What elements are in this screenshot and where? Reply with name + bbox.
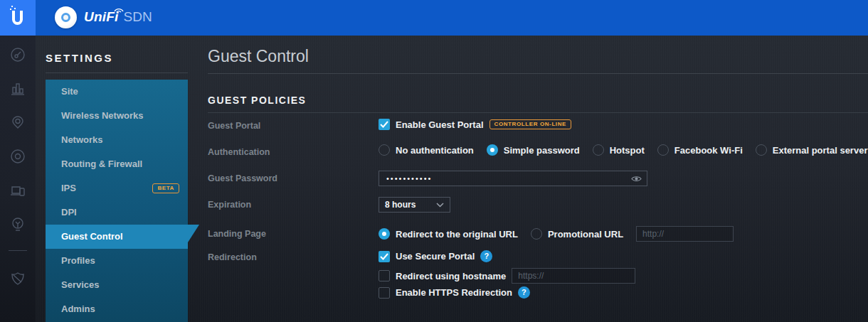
title-divider bbox=[208, 73, 868, 74]
logo-dot bbox=[14, 8, 16, 9]
ubiquiti-logo[interactable] bbox=[0, 0, 36, 36]
unifi-controller-app: UniFiSDN SETTINGS Site bbox=[0, 0, 868, 322]
icon-rail bbox=[0, 36, 36, 322]
auth-option-facebook-wifi[interactable]: Facebook Wi-Fi bbox=[657, 144, 743, 156]
workspace: SETTINGS Site Wireless Networks Networks… bbox=[36, 36, 868, 322]
statistics-bars-icon[interactable] bbox=[9, 80, 26, 97]
ubiquiti-u-icon bbox=[12, 11, 23, 25]
radio-label: Hotspot bbox=[610, 145, 645, 156]
auth-option-external-portal-server[interactable]: External portal server bbox=[756, 144, 868, 156]
guest-portal-label: Guest Portal bbox=[208, 121, 260, 131]
devices-icon[interactable] bbox=[9, 148, 26, 165]
clients-icon[interactable] bbox=[9, 182, 26, 199]
enable-https-redirection-checkbox[interactable] bbox=[379, 287, 390, 299]
expiration-value: 8 hours bbox=[385, 200, 416, 210]
show-password-eye-icon[interactable] bbox=[631, 173, 642, 186]
radio-icon[interactable] bbox=[487, 144, 498, 156]
redirect-hostname-input[interactable] bbox=[512, 268, 635, 284]
expiration-label: Expiration bbox=[208, 200, 251, 210]
guest-password-input[interactable] bbox=[379, 171, 647, 186]
sidebar-item-ips[interactable]: IPS BETA bbox=[46, 176, 188, 200]
sidebar-item-routing-firewall[interactable]: Routing & Firewall bbox=[46, 152, 188, 176]
sidebar-item-services[interactable]: Services bbox=[46, 273, 188, 297]
auth-option-no-authentication[interactable]: No authentication bbox=[379, 144, 474, 156]
sidebar-item-dpi[interactable]: DPI bbox=[46, 200, 188, 225]
help-icon[interactable]: ? bbox=[518, 286, 530, 299]
radio-label: Simple password bbox=[504, 145, 580, 156]
threat-shield-icon[interactable] bbox=[9, 270, 26, 287]
radio-icon[interactable] bbox=[379, 228, 390, 240]
radio-label: External portal server bbox=[773, 145, 868, 156]
insights-bulb-icon[interactable] bbox=[9, 216, 26, 233]
radio-icon[interactable] bbox=[379, 144, 390, 156]
enable-https-redirection-text: Enable HTTPS Redirection bbox=[396, 287, 512, 298]
sidebar-item-networks[interactable]: Networks bbox=[46, 128, 188, 152]
sidebar-item-label: Admins bbox=[61, 304, 95, 314]
sidebar-item-label: Services bbox=[61, 279, 100, 290]
auth-option-simple-password[interactable]: Simple password bbox=[487, 144, 580, 156]
radio-icon[interactable] bbox=[756, 144, 767, 156]
wifi-arcs-icon bbox=[112, 5, 125, 13]
brand-title: UniFiSDN bbox=[84, 9, 152, 26]
sidebar-item-label: Routing & Firewall bbox=[61, 159, 142, 169]
sidebar-item-admins[interactable]: Admins bbox=[46, 297, 188, 321]
settings-menu: Site Wireless Networks Networks Routing … bbox=[46, 80, 188, 322]
sidebar-item-guest-control[interactable]: Guest Control bbox=[46, 225, 188, 249]
sidebar-item-label: Site bbox=[61, 86, 78, 97]
sidebar-item-label: DPI bbox=[61, 207, 77, 218]
sidebar-item-label: Networks bbox=[61, 134, 103, 145]
expiration-dropdown[interactable]: 8 hours bbox=[379, 197, 450, 213]
guest-control-panel: Guest Control GUEST POLICIES Guest Porta… bbox=[208, 36, 868, 322]
guest-password-label: Guest Password bbox=[208, 173, 277, 183]
controller-online-badge: CONTROLLER ON-LINE bbox=[489, 119, 571, 129]
sidebar-item-label: Guest Control bbox=[61, 231, 123, 242]
rail-divider bbox=[9, 250, 27, 251]
landing-option-promotional-url[interactable]: Promotional URL bbox=[531, 228, 623, 240]
sidebar-item-profiles[interactable]: Profiles bbox=[46, 249, 188, 273]
brand-secondary: SDN bbox=[124, 9, 152, 24]
use-secure-portal-text: Use Secure Portal bbox=[396, 251, 475, 262]
sidebar-item-wireless-networks[interactable]: Wireless Networks bbox=[46, 104, 188, 128]
enable-guest-portal-checkbox[interactable] bbox=[379, 119, 390, 130]
radio-label: Redirect to the original URL bbox=[396, 229, 518, 240]
sidebar-item-site[interactable]: Site bbox=[46, 80, 188, 104]
redirection-label: Redirection bbox=[208, 252, 257, 262]
promotional-url-input[interactable] bbox=[636, 226, 734, 242]
sidebar-item-label: Wireless Networks bbox=[61, 110, 144, 121]
sidebar-divider bbox=[46, 73, 188, 73]
landing-option-redirect-original[interactable]: Redirect to the original URL bbox=[379, 228, 518, 240]
radio-label: No authentication bbox=[396, 145, 474, 156]
radio-icon[interactable] bbox=[657, 144, 669, 156]
chevron-down-icon bbox=[436, 203, 444, 208]
section-divider bbox=[208, 112, 868, 113]
radio-icon[interactable] bbox=[531, 228, 542, 240]
auth-option-hotspot[interactable]: Hotspot bbox=[593, 144, 645, 156]
radio-label: Facebook Wi-Fi bbox=[674, 145, 743, 156]
help-icon[interactable]: ? bbox=[480, 250, 492, 262]
sidebar-item-label: Profiles bbox=[61, 255, 95, 266]
use-secure-portal-checkbox[interactable] bbox=[379, 251, 390, 262]
enable-guest-portal-text: Enable Guest Portal bbox=[396, 119, 484, 130]
access-point-icon bbox=[55, 6, 77, 28]
redirect-using-hostname-checkbox[interactable] bbox=[379, 270, 390, 281]
sidebar-item-label: IPS bbox=[61, 183, 76, 193]
logo-dot bbox=[11, 6, 13, 7]
redirect-using-hostname-text: Redirect using hostname bbox=[396, 271, 506, 281]
beta-badge: BETA bbox=[152, 183, 179, 193]
top-bar: UniFiSDN bbox=[0, 0, 868, 36]
access-point-ring bbox=[61, 13, 70, 22]
logo-dot bbox=[10, 9, 11, 10]
section-title: GUEST POLICIES bbox=[208, 95, 306, 106]
page-title: Guest Control bbox=[208, 47, 309, 66]
landing-page-label: Landing Page bbox=[208, 229, 266, 239]
settings-heading: SETTINGS bbox=[46, 52, 113, 64]
radio-icon[interactable] bbox=[593, 144, 604, 156]
authentication-label: Authentication bbox=[208, 147, 270, 157]
dashboard-gauge-icon[interactable] bbox=[9, 46, 26, 63]
radio-label: Promotional URL bbox=[548, 229, 623, 240]
map-pin-icon[interactable] bbox=[9, 114, 26, 131]
